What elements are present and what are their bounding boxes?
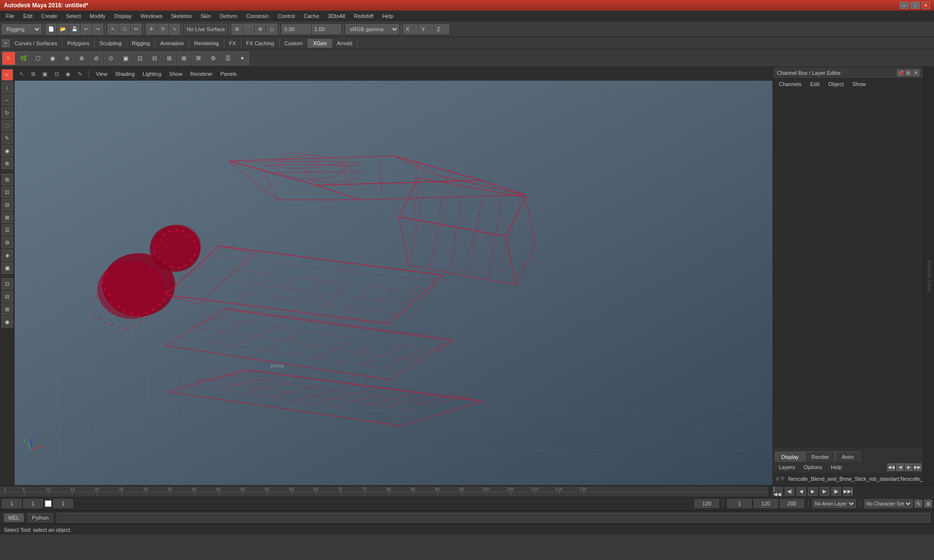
shelf-tab-xgen[interactable]: XGen	[308, 39, 332, 48]
cb-close-btn[interactable]: ✕	[913, 70, 919, 76]
shelf-icon-xgen4[interactable]: ⊕	[60, 52, 74, 65]
undo-btn[interactable]: ↩	[81, 24, 91, 35]
left-tool-18[interactable]: ⊟	[1, 291, 13, 302]
left-tool-8[interactable]: ⊕	[1, 158, 13, 169]
left-tool-7[interactable]: ◉	[1, 145, 13, 157]
left-tool-13[interactable]: ☰	[1, 224, 13, 236]
cb-pin-btn[interactable]: 📌	[897, 70, 904, 76]
start-frame-input[interactable]	[2, 499, 21, 508]
shelf-tab-sculpting[interactable]: Sculpting	[95, 39, 127, 48]
le-tab-display[interactable]: Display	[775, 452, 805, 462]
menu-help[interactable]: Help	[378, 12, 397, 20]
value-field-2[interactable]	[312, 24, 341, 34]
le-tab-anim[interactable]: Anim	[835, 452, 860, 462]
char-set-option-btn[interactable]: ⚙	[924, 500, 932, 508]
shelf-icon-xgen3[interactable]: ◉	[46, 52, 59, 65]
anim-play-btn[interactable]: ▶	[808, 487, 818, 496]
vp-menu-renderer[interactable]: Renderer	[187, 70, 216, 78]
anim-jump-end-btn[interactable]: ▶▶|	[843, 487, 853, 496]
layer-visibility[interactable]: V	[776, 476, 779, 482]
shelf-icon-xgen2[interactable]: ⬡	[31, 52, 45, 65]
value-field-1[interactable]	[282, 24, 311, 34]
le-tab-render[interactable]: Render	[805, 452, 835, 462]
select-tool-btn[interactable]: ↖	[108, 24, 118, 35]
new-scene-btn[interactable]: 📄	[46, 24, 56, 35]
le-menu-layers[interactable]: Layers	[775, 463, 799, 471]
shelf-icon-arrow[interactable]: ↖	[2, 52, 16, 65]
left-tool-2[interactable]: ↕	[1, 82, 13, 93]
anim-next-key-btn[interactable]: |▶	[831, 487, 841, 496]
shelf-tab-custom[interactable]: Custom	[280, 39, 308, 48]
cb-tab-edit[interactable]: Edit	[806, 80, 823, 88]
snap-surface-btn[interactable]: ◻	[267, 24, 277, 35]
frame-checkbox[interactable]	[45, 500, 52, 507]
anim-prev-frame-btn[interactable]: ◀	[796, 487, 806, 496]
shelf-icon-xgen5[interactable]: ⊗	[75, 52, 89, 65]
vp-icon-4[interactable]: ⊡	[52, 69, 61, 79]
x-field[interactable]	[403, 24, 418, 34]
vp-icon-select[interactable]: ↖	[17, 69, 26, 79]
shelf-icon-xgen1[interactable]: 🌿	[17, 52, 30, 65]
left-tool-select[interactable]: ↖	[1, 69, 13, 81]
timeline[interactable]: 1 5 10 15 20 25 30	[0, 486, 769, 497]
minimize-button[interactable]: ─	[900, 2, 909, 9]
shelf-tab-fx-caching[interactable]: FX Caching	[241, 39, 279, 48]
vp-icon-3[interactable]: ▣	[40, 69, 50, 79]
left-tool-17[interactable]: ⊡	[1, 278, 13, 290]
snap-grid-btn[interactable]: ⊞	[232, 24, 242, 35]
cb-tab-object[interactable]: Object	[824, 80, 847, 88]
snap-point-btn[interactable]: ⊕	[255, 24, 266, 35]
vp-menu-show[interactable]: Show	[166, 70, 186, 78]
left-tool-12[interactable]: ⊠	[1, 211, 13, 223]
menu-3dtoall[interactable]: 3DtoAll	[324, 12, 349, 20]
layer-p[interactable]: P	[781, 476, 785, 482]
playback-start-input[interactable]	[727, 499, 752, 508]
paint-btn[interactable]: ✏	[131, 24, 142, 35]
gamma-dropdown[interactable]: sRGB gamma	[345, 24, 399, 34]
char-set-edit-btn[interactable]: ✎	[915, 500, 922, 508]
current-frame-input[interactable]	[23, 499, 43, 508]
left-tool-14[interactable]: ⚙	[1, 237, 13, 248]
shelf-tab-arnold[interactable]: Arnold	[332, 39, 358, 48]
shelf-icon-xgen14[interactable]: ⚙	[206, 52, 220, 65]
shelf-tab-polygons[interactable]: Polygons	[62, 39, 94, 48]
close-button[interactable]: ✕	[921, 2, 930, 9]
left-tool-4[interactable]: ↻	[1, 107, 13, 119]
vp-icon-5[interactable]: ◉	[63, 69, 73, 79]
anim-next-frame-btn[interactable]: ▶	[820, 487, 829, 496]
menu-file[interactable]: File	[2, 12, 18, 20]
le-prev-btn[interactable]: ◀◀	[887, 463, 895, 471]
le-menu-options[interactable]: Options	[800, 463, 826, 471]
shelf-icon-xgen12[interactable]: ⊠	[177, 52, 191, 65]
left-tool-6[interactable]: ✎	[1, 132, 13, 144]
menu-display[interactable]: Display	[110, 12, 136, 20]
vp-menu-view[interactable]: View	[93, 70, 110, 78]
menu-control[interactable]: Control	[274, 12, 299, 20]
menu-modify[interactable]: Modify	[86, 12, 109, 20]
left-tool-15[interactable]: ◈	[1, 249, 13, 261]
vp-menu-lighting[interactable]: Lighting	[140, 70, 164, 78]
fps-input[interactable]	[780, 499, 804, 508]
anim-prev-key-btn[interactable]: ◀|	[785, 487, 794, 496]
left-tool-20[interactable]: ◉	[1, 316, 13, 328]
open-scene-btn[interactable]: 📂	[57, 24, 68, 35]
left-tool-11[interactable]: ⊟	[1, 199, 13, 210]
module-dropdown[interactable]: Rigging Animation Modeling FX Rendering	[2, 24, 41, 34]
y-field[interactable]	[419, 24, 433, 34]
shelf-tab-curves-surfaces[interactable]: Curves / Surfaces	[10, 39, 62, 48]
cb-tab-channels[interactable]: Channels	[775, 80, 805, 88]
vp-icon-6[interactable]: ✎	[75, 69, 85, 79]
menu-create[interactable]: Create	[37, 12, 61, 20]
shelf-icon-xgen8[interactable]: ▣	[119, 52, 132, 65]
shelf-add-btn[interactable]: +	[2, 39, 10, 47]
shelf-tab-rendering[interactable]: Rendering	[189, 39, 224, 48]
layer-row-0[interactable]: V P Nescafe_Blend_and_Brew_Stick_mb_stan…	[774, 473, 922, 484]
save-scene-btn[interactable]: 💾	[69, 24, 80, 35]
script-tab-mel[interactable]: MEL	[4, 513, 24, 522]
menu-select[interactable]: Select	[62, 12, 85, 20]
shelf-icon-xgen9[interactable]: ⊡	[133, 52, 147, 65]
shelf-tab-animation[interactable]: Animation	[155, 39, 189, 48]
menu-deform[interactable]: Deform	[216, 12, 241, 20]
lasso-btn[interactable]: ⬡	[119, 24, 130, 35]
shelf-tab-fx[interactable]: FX	[224, 39, 241, 48]
